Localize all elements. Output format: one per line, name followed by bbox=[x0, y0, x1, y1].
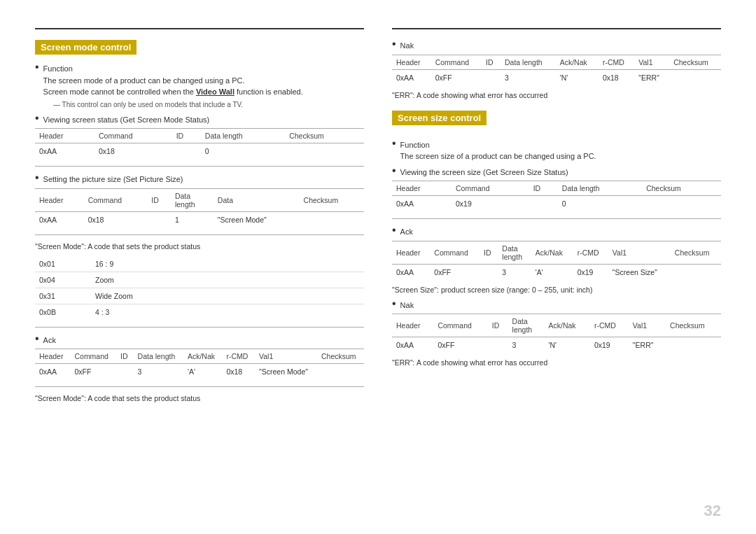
table-row: 0xAA 0x19 0 bbox=[392, 196, 721, 212]
td-header: 0xAA bbox=[35, 143, 94, 160]
th-acknak: Ack/Nak bbox=[556, 55, 598, 69]
th-data-length: Datalength bbox=[498, 241, 531, 264]
td-command: 0xFF bbox=[430, 264, 479, 280]
screen-mode-note2: "Screen Mode": A code that sets the prod… bbox=[35, 394, 364, 402]
top-rule-right bbox=[392, 28, 721, 29]
table-row: 0xAA 0xFF 3 'A' 0x19 "Screen Size" bbox=[392, 264, 721, 280]
td-data-length: 3 bbox=[500, 69, 556, 85]
th-checksum-3: Checksum bbox=[317, 349, 364, 364]
th-command-3: Command bbox=[70, 349, 116, 364]
th-data-length: Datalength bbox=[508, 314, 545, 337]
td-rcmd: 0x19 bbox=[573, 264, 608, 280]
screen-size-note: "Screen Size": product screen size (rang… bbox=[392, 286, 721, 294]
function-bullet: • Function The screen mode of a product … bbox=[35, 63, 364, 98]
td-id bbox=[529, 196, 558, 212]
table-screen-size-ack: Header Command ID Datalength Ack/Nak r-C… bbox=[392, 241, 721, 280]
td-value: Zoom bbox=[91, 272, 364, 288]
table-row: 0xAA 0x18 0 bbox=[35, 143, 364, 160]
td-id bbox=[479, 264, 498, 280]
viewing-status-bullet: • Viewing screen status (Get Screen Mode… bbox=[35, 114, 364, 126]
td-acknak: 'N' bbox=[556, 69, 598, 85]
function-label-right: Function bbox=[400, 141, 430, 149]
table-screen-mode-get: Header Command ID Data length Checksum 0… bbox=[35, 128, 364, 159]
table-row: 0x01 16 : 9 bbox=[35, 256, 364, 272]
left-section-title: Screen mode control bbox=[35, 40, 136, 55]
td-id bbox=[488, 337, 508, 353]
td-data-length: 3 bbox=[134, 364, 183, 380]
td-code: 0x01 bbox=[35, 256, 91, 272]
td-header: 0xAA bbox=[392, 264, 430, 280]
table-ack: Header Command ID Data length Ack/Nak r-… bbox=[35, 349, 364, 379]
bullet-dot-3: • bbox=[35, 172, 39, 183]
th-id-2: ID bbox=[147, 188, 171, 211]
td-data-length: 1 bbox=[171, 211, 214, 227]
td-header: 0xAA bbox=[392, 196, 451, 212]
td-data-length: 0 bbox=[558, 196, 642, 212]
td-header: 0xAA bbox=[392, 337, 433, 353]
th-checksum: Checksum bbox=[666, 314, 721, 337]
right-column: • Nak Header Command ID Data length Ack/… bbox=[392, 28, 721, 408]
table-row: 0x0B 4 : 3 bbox=[35, 304, 364, 320]
divider-3 bbox=[35, 327, 364, 328]
td-data-length: 0 bbox=[201, 143, 285, 160]
th-command: Command bbox=[451, 181, 529, 196]
bullet-dot-r4: • bbox=[392, 298, 396, 309]
th-id-3: ID bbox=[116, 349, 133, 364]
th-acknak: Ack/Nak bbox=[531, 241, 573, 264]
th-id: ID bbox=[488, 314, 508, 337]
th-header-2: Header bbox=[35, 188, 84, 211]
function-label: Function bbox=[43, 64, 73, 73]
th-header: Header bbox=[392, 181, 451, 196]
err-note-right: "ERR": A code showing what error has occ… bbox=[392, 358, 721, 367]
th-id: ID bbox=[529, 181, 558, 196]
td-val1: "Screen Mode" bbox=[255, 364, 317, 380]
td-acknak: 'A' bbox=[531, 264, 573, 280]
bullet-dot-r1: • bbox=[392, 138, 396, 149]
nak-label-right2: Nak bbox=[400, 300, 414, 311]
nak-bullet-right2: • Nak bbox=[392, 300, 721, 311]
td-code: 0x0B bbox=[35, 304, 91, 320]
td-val1: "Screen Size" bbox=[608, 264, 671, 280]
ack-bullet: • Ack bbox=[35, 335, 364, 346]
th-rcmd: r-CMD bbox=[573, 241, 608, 264]
table-row: 0xAA 0xFF 3 'N' 0x18 "ERR" bbox=[392, 69, 721, 85]
th-data-2: Data bbox=[214, 188, 300, 211]
td-command: 0x18 bbox=[94, 143, 172, 160]
divider-1 bbox=[35, 166, 364, 167]
td-acknak: 'A' bbox=[183, 364, 223, 380]
top-rule-left bbox=[35, 28, 364, 29]
table-row: 0x31 Wide Zoom bbox=[35, 288, 364, 304]
ack-bullet-right: • Ack bbox=[392, 226, 721, 238]
th-acknak-3: Ack/Nak bbox=[183, 349, 223, 364]
th-command-1: Command bbox=[94, 129, 172, 143]
td-command: 0x19 bbox=[451, 196, 529, 212]
th-data-length-3: Data length bbox=[134, 349, 183, 364]
th-data-length-1: Data length bbox=[201, 129, 285, 143]
page-number: 32 bbox=[704, 502, 721, 520]
bullet-dot-4: • bbox=[35, 333, 39, 344]
td-code: 0x04 bbox=[35, 272, 91, 288]
th-val1: Val1 bbox=[634, 55, 669, 69]
th-header-1: Header bbox=[35, 129, 94, 143]
th-command: Command bbox=[431, 55, 482, 69]
th-checksum-1: Checksum bbox=[285, 129, 364, 143]
divider-4 bbox=[35, 386, 364, 387]
th-id: ID bbox=[479, 241, 498, 264]
table-row: 0xAA 0xFF 3 'A' 0x18 "Screen Mode" bbox=[35, 364, 364, 380]
td-command: 0xFF bbox=[433, 337, 487, 353]
ack-label-right: Ack bbox=[400, 226, 413, 238]
right-section-title: Screen size control bbox=[392, 111, 486, 125]
ack-label: Ack bbox=[43, 335, 56, 346]
bullet-dot-nak: • bbox=[392, 38, 396, 50]
err-note-left: "ERR": A code showing what error has occ… bbox=[392, 91, 721, 99]
function-line-right: The screen size of a product can be chan… bbox=[400, 152, 596, 160]
td-header: 0xAA bbox=[35, 364, 70, 380]
th-val1: Val1 bbox=[608, 241, 671, 264]
td-code: 0x31 bbox=[35, 288, 91, 304]
table-row: 0xAA 0xFF 3 'N' 0x19 "ERR" bbox=[392, 337, 721, 353]
divider-r1 bbox=[392, 218, 721, 219]
td-checksum bbox=[317, 364, 364, 380]
td-id bbox=[482, 69, 500, 85]
th-header: Header bbox=[392, 55, 431, 69]
td-checksum bbox=[671, 264, 721, 280]
